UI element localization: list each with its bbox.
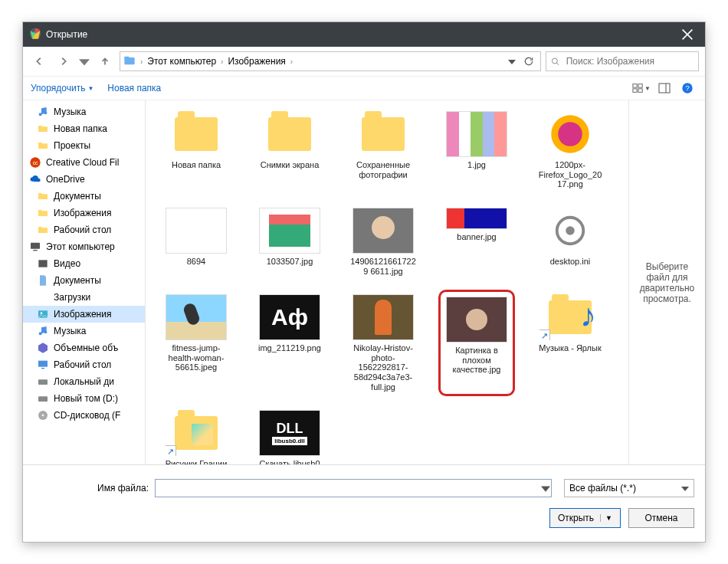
tree-item[interactable]: Видео <box>23 255 145 272</box>
svg-rect-7 <box>633 89 637 92</box>
folder-icon <box>123 54 136 69</box>
file-item[interactable]: 8694 <box>158 203 234 280</box>
dialog-title: Открытие <box>41 29 664 40</box>
file-label: Новая папка <box>172 160 221 170</box>
tree-item[interactable]: Изображения <box>23 306 145 323</box>
crumb-leaf[interactable]: Изображения <box>228 56 285 67</box>
svg-rect-9 <box>659 84 670 93</box>
svg-point-13 <box>44 111 47 114</box>
tree-item[interactable]: Документы <box>23 188 145 205</box>
up-button[interactable] <box>95 51 115 71</box>
chrome-icon <box>29 28 41 42</box>
forward-button[interactable] <box>54 51 74 71</box>
filename-input[interactable] <box>155 479 552 497</box>
file-label: fitness-jump-health-woman-56615.jpeg <box>162 343 230 372</box>
view-mode-button[interactable]: ▼ <box>631 80 651 97</box>
svg-text:?: ? <box>685 84 689 92</box>
dialog-body: МузыкаНовая папкаПроектыccCreative Cloud… <box>23 100 705 464</box>
back-button[interactable] <box>29 51 49 71</box>
tree-item[interactable]: ccCreative Cloud Fil <box>23 154 145 171</box>
file-item[interactable]: 1200px-Firefox_Logo_2017.png <box>532 107 608 194</box>
organize-menu[interactable]: Упорядочить ▼ <box>31 83 93 93</box>
tree-item-label: Изображения <box>54 208 111 218</box>
tree-item[interactable]: Загрузки <box>23 289 145 306</box>
help-button[interactable]: ? <box>677 80 697 97</box>
svg-point-12 <box>39 113 42 116</box>
crumb-root[interactable]: Этот компьютер <box>147 56 216 67</box>
file-item[interactable]: Новая папка <box>158 107 234 194</box>
preview-pane: Выберите файл для дварительно просмотра. <box>628 100 705 464</box>
file-label: 8694 <box>187 257 205 267</box>
tree-item[interactable]: Рабочий стол <box>23 356 145 373</box>
file-label: Nikolay-Hristov-photo-1562292817-58d294c… <box>349 343 417 392</box>
close-button[interactable] <box>670 22 705 47</box>
svg-rect-17 <box>33 250 37 251</box>
refresh-button[interactable] <box>520 53 537 70</box>
tree-item[interactable]: Новый том (D:) <box>23 390 145 407</box>
file-label: Музыка - Ярлык <box>539 343 602 353</box>
tree-item[interactable]: Музыка <box>23 103 145 120</box>
tree-item[interactable]: Проекты <box>23 137 145 154</box>
tree-item[interactable]: Новая папка <box>23 120 145 137</box>
tree-item-label: Новая папка <box>54 123 107 134</box>
tree-item[interactable]: Объемные объ <box>23 339 145 356</box>
file-item[interactable]: Aфimg_211219.png <box>251 290 328 396</box>
nav-tree[interactable]: МузыкаНовая папкаПроектыccCreative Cloud… <box>23 100 146 464</box>
filter-select[interactable]: Все файлы (*.*) <box>564 479 694 497</box>
svg-rect-18 <box>38 260 48 267</box>
new-folder-button[interactable]: Новая папка <box>107 83 161 93</box>
tree-item-label: Проекты <box>54 140 90 151</box>
recent-button[interactable] <box>78 51 90 71</box>
svg-point-30 <box>42 415 44 417</box>
tree-item[interactable]: Музыка <box>23 323 145 339</box>
file-item[interactable]: fitness-jump-health-woman-56615.jpeg <box>158 290 234 396</box>
filename-dropdown[interactable] <box>541 484 550 493</box>
cancel-button[interactable]: Отмена <box>628 508 694 528</box>
tree-item[interactable]: Изображения <box>23 205 145 221</box>
file-item[interactable]: DLLlibusb0.dllСкачать libusb0 dll.png <box>251 405 328 464</box>
file-label: img_211219.png <box>258 343 321 353</box>
tree-item-label: CD-дисковод (F <box>54 410 120 421</box>
tree-item[interactable]: Локальный ди <box>23 373 145 390</box>
main-area: Новая папкаСнимки экранаСохраненные фото… <box>146 100 705 464</box>
search-box[interactable] <box>546 51 699 71</box>
file-item[interactable]: Nikolay-Hristov-photo-1562292817-58d294c… <box>345 290 421 396</box>
search-input[interactable] <box>565 55 694 67</box>
file-label: 1033507.jpg <box>267 257 313 267</box>
svg-rect-8 <box>638 89 642 92</box>
file-item[interactable]: 1033507.jpg <box>251 203 328 280</box>
file-label: desktop.ini <box>550 257 591 267</box>
address-dropdown[interactable] <box>503 53 520 70</box>
tree-item[interactable]: Этот компьютер <box>23 238 145 255</box>
file-label: 1.jpg <box>467 160 486 170</box>
tree-item-label: Музыка <box>54 107 86 117</box>
preview-pane-button[interactable] <box>654 80 674 97</box>
file-item[interactable]: Картинка в плохом качестве.jpg <box>438 290 515 396</box>
title-bar: Открытие <box>23 22 705 47</box>
open-dialog: Открытие <box>22 21 706 543</box>
svg-rect-16 <box>31 243 40 249</box>
file-item[interactable]: banner.jpg <box>438 203 515 280</box>
file-item[interactable]: 1.jpg <box>438 107 515 194</box>
tree-item[interactable]: CD-дисковод (F <box>23 407 145 424</box>
open-button[interactable]: Открыть ▼ <box>549 508 621 528</box>
svg-point-32 <box>558 122 582 146</box>
file-item[interactable]: ↗Музыка - Ярлык <box>532 290 608 396</box>
file-item[interactable]: desktop.ini <box>532 203 608 280</box>
tree-item-label: Creative Cloud Fil <box>46 157 119 168</box>
address-bar[interactable]: › Этот компьютер › Изображения › <box>120 51 541 71</box>
tree-item-label: Музыка <box>54 326 86 336</box>
item-grid[interactable]: Новая папкаСнимки экранаСохраненные фото… <box>146 100 628 464</box>
svg-point-21 <box>39 332 42 335</box>
breadcrumb[interactable]: › Этот компьютер › Изображения › <box>123 54 293 69</box>
tree-item[interactable]: Рабочий стол <box>23 221 145 238</box>
svg-rect-5 <box>633 84 637 87</box>
file-item[interactable]: 149061216617229 6611.jpg <box>345 203 421 280</box>
tree-item[interactable]: Документы <box>23 272 145 289</box>
file-item[interactable]: Снимки экрана <box>251 107 328 194</box>
file-item[interactable]: ↗Рисунки Грации 218 <box>158 405 234 464</box>
file-item[interactable]: Сохраненные фотографии <box>345 107 421 194</box>
svg-point-4 <box>552 58 557 64</box>
svg-point-28 <box>45 398 46 399</box>
tree-item[interactable]: OneDrive <box>23 171 145 188</box>
